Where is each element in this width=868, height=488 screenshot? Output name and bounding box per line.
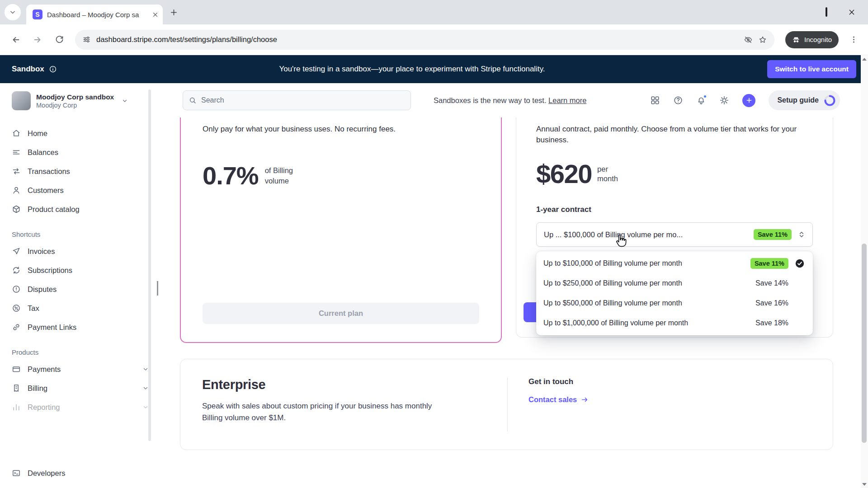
billing-icon: [12, 384, 21, 393]
sidebar-item-payments[interactable]: Payments: [12, 360, 148, 379]
enterprise-description: Speak with sales about custom pricing if…: [202, 400, 439, 423]
sidebar-item-label: Balances: [28, 148, 58, 157]
learn-more-link[interactable]: Learn more: [548, 96, 586, 104]
tab-close-icon[interactable]: [152, 12, 158, 18]
switch-to-live-account-button[interactable]: Switch to live account: [767, 60, 856, 78]
plus-icon: [746, 97, 752, 103]
sidebar-item-tax[interactable]: Tax: [12, 299, 148, 318]
window-maximize-button[interactable]: [826, 8, 827, 16]
search-input[interactable]: [201, 96, 405, 104]
new-tab-button[interactable]: [170, 9, 178, 16]
product-catalog-icon: [12, 205, 21, 214]
annual-description: Annual contract, paid monthly. Choose fr…: [536, 124, 798, 145]
info-icon[interactable]: [49, 65, 57, 73]
browser-tab-strip: S Dashboard – Moodjoy Corp sa: [0, 0, 868, 24]
incognito-label: Incognito: [804, 36, 832, 43]
current-plan-button[interactable]: Current plan: [203, 303, 479, 324]
address-bar[interactable]: dashboard.stripe.com/test/settings/plans…: [75, 30, 774, 50]
account-avatar: [12, 91, 31, 110]
scroll-down-arrow[interactable]: [861, 480, 868, 488]
sidebar-item-label: Billing: [28, 384, 47, 393]
contract-length-label: 1-year contract: [536, 205, 813, 214]
sidebar-item-subscriptions[interactable]: Subscriptions: [12, 261, 148, 280]
sidebar-item-home[interactable]: Home: [12, 124, 148, 143]
search-box[interactable]: [183, 90, 411, 110]
sidebar-item-billing[interactable]: Billing: [12, 379, 148, 398]
balances-icon: [12, 148, 21, 157]
browser-tab[interactable]: S Dashboard – Moodjoy Corp sa: [26, 5, 163, 24]
sidebar-item-disputes[interactable]: Disputes: [12, 280, 148, 299]
window-close-button[interactable]: [848, 9, 855, 16]
payments-icon: [12, 365, 21, 374]
contact-sales-link[interactable]: Contact sales: [528, 395, 589, 404]
sidebar-item-payment-links[interactable]: Payment Links: [12, 318, 148, 337]
back-icon: [11, 35, 21, 45]
account-subtitle: Moodjoy Corp: [36, 102, 114, 109]
sidebar-scrollbar[interactable]: [148, 89, 151, 441]
enterprise-card: Enterprise Speak with sales about custom…: [180, 359, 833, 450]
forward-icon: [33, 35, 42, 45]
page-scrollbar[interactable]: [861, 55, 868, 488]
sidebar-item-invoices[interactable]: Invoices: [12, 242, 148, 261]
tier-option-250k[interactable]: Up to $250,000 of Billing volume per mon…: [536, 273, 813, 293]
save-text: Save 16%: [747, 299, 788, 307]
volume-tier-select[interactable]: Up ... $100,000 of Billing volume per mo…: [536, 222, 813, 247]
incognito-badge: Incognito: [785, 31, 839, 48]
sidebar-item-label: Invoices: [28, 247, 55, 256]
volume-tier-dropdown: Up to $100,000 of Billing volume per mon…: [536, 251, 813, 335]
enterprise-title: Enterprise: [202, 377, 507, 392]
sidebar-item-product-catalog[interactable]: Product catalog: [12, 200, 148, 219]
sidebar-item-developers[interactable]: Developers: [12, 464, 148, 483]
forward-button[interactable]: [28, 30, 47, 49]
maximize-icon: [826, 7, 827, 17]
reload-button[interactable]: [50, 30, 69, 49]
back-button[interactable]: [6, 30, 25, 49]
sandbox-banner: Sandbox You're testing in a sandbox—your…: [0, 55, 868, 83]
save-text: Save 14%: [747, 279, 788, 287]
settings-gear-icon[interactable]: [719, 95, 729, 105]
save-badge: Save 11%: [750, 258, 788, 269]
get-in-touch-heading: Get in touch: [528, 377, 589, 386]
sidebar-item-customers[interactable]: Customers: [12, 181, 148, 200]
sidebar-item-balances[interactable]: Balances: [12, 143, 148, 162]
tier-option-100k[interactable]: Up to $100,000 of Billing volume per mon…: [536, 253, 813, 273]
help-icon[interactable]: [673, 95, 683, 105]
account-switcher[interactable]: Moodjoy Corp sandbox Moodjoy Corp: [12, 91, 148, 110]
sandbox-banner-message: You're testing in a sandbox—your place t…: [57, 65, 767, 74]
sidebar-item-label: Tax: [28, 304, 39, 313]
sidebar-item-label: Product catalog: [28, 205, 80, 214]
home-icon: [12, 129, 21, 138]
bookmark-star-icon[interactable]: [758, 35, 767, 44]
sidebar-item-label: Subscriptions: [28, 266, 72, 275]
url-text: dashboard.stripe.com/test/settings/plans…: [96, 35, 277, 44]
sidebar-item-transactions[interactable]: Transactions: [12, 162, 148, 181]
notifications-bell-icon[interactable]: [696, 95, 706, 105]
save-text: Save 18%: [747, 319, 788, 327]
reload-icon: [55, 35, 64, 44]
browser-toolbar: dashboard.stripe.com/test/settings/plans…: [0, 24, 868, 55]
sidebar-item-label: Disputes: [28, 285, 57, 294]
invoices-icon: [12, 247, 21, 256]
tab-search-button[interactable]: [5, 4, 21, 20]
setup-progress-ring: [824, 94, 836, 107]
apps-grid-icon[interactable]: [650, 95, 660, 105]
browser-menu-button[interactable]: [846, 35, 862, 44]
transactions-icon: [12, 167, 21, 176]
sidebar-item-reporting[interactable]: Reporting: [12, 398, 148, 417]
search-icon: [189, 96, 197, 104]
tier-option-1m[interactable]: Up to $1,000,000 of Billing volume per m…: [536, 313, 813, 333]
preview-eye-off-icon[interactable]: [744, 35, 753, 44]
scroll-up-arrow[interactable]: [861, 55, 868, 63]
annual-price: $620: [536, 161, 592, 187]
tier-option-500k[interactable]: Up to $500,000 of Billing volume per mon…: [536, 293, 813, 313]
annual-plan-card: Annual contract, paid monthly. Choose fr…: [516, 117, 833, 338]
site-settings-tune-icon[interactable]: [82, 35, 91, 44]
payg-plan-card: Only pay for what your business uses. No…: [180, 117, 502, 343]
setup-guide-button[interactable]: Setup guide: [769, 90, 840, 110]
sidebar-item-label: Payment Links: [28, 323, 76, 332]
scrollbar-thumb[interactable]: [862, 244, 867, 443]
sidebar-item-label: Customers: [28, 186, 64, 195]
tab-title: Dashboard – Moodjoy Corp sa: [47, 11, 148, 19]
account-name: Moodjoy Corp sandbox: [36, 93, 114, 101]
create-plus-button[interactable]: [742, 94, 755, 107]
